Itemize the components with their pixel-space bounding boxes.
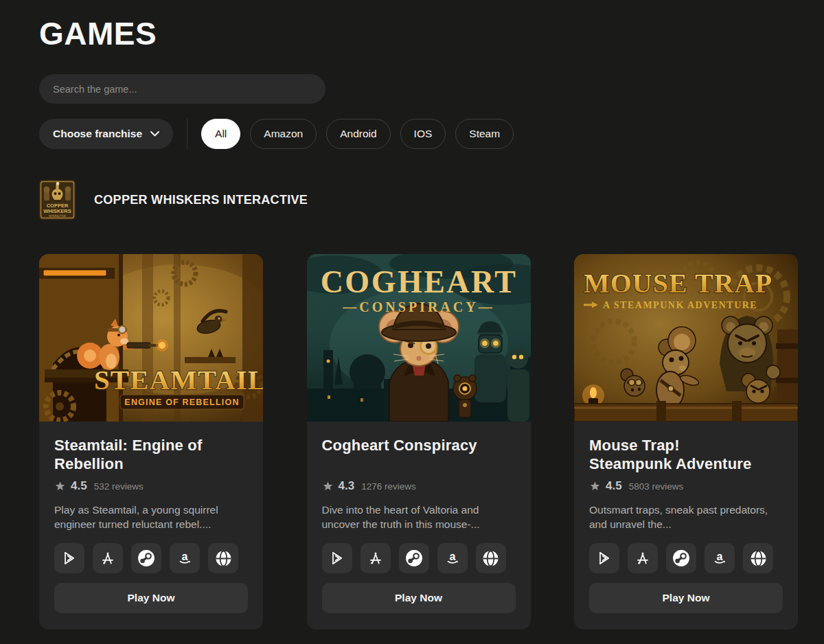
game-description: Outsmart traps, sneak past predators, an… <box>589 503 783 531</box>
app-store-icon <box>100 550 116 566</box>
web-button[interactable] <box>208 543 238 573</box>
platform-filter-pills: All Amazon Android IOS Steam <box>201 119 514 149</box>
app-store-icon <box>634 550 651 566</box>
app-store-button[interactable] <box>360 543 391 573</box>
game-title: Steamtail: Engine of Rebellion <box>54 436 248 473</box>
rating-row: 4.5 532 reviews <box>54 479 248 493</box>
web-button[interactable] <box>743 543 773 573</box>
star-icon <box>54 481 66 492</box>
play-now-button[interactable]: Play Now <box>54 583 248 613</box>
game-card-cogheart: COGHEART —CONSPIRACY— Cogheart Conspirac… <box>307 254 531 630</box>
pill-android[interactable]: Android <box>326 119 390 149</box>
google-play-button[interactable] <box>54 543 84 573</box>
game-cards-grid: STEAMTAIL ENGINE OF REBELLION Steamtail:… <box>39 254 798 630</box>
page-title: GAMES <box>39 15 824 52</box>
rating-value: 4.5 <box>606 479 622 493</box>
svg-text:a: a <box>449 551 455 562</box>
review-count: 1276 reviews <box>361 481 416 492</box>
rating-value: 4.5 <box>71 479 87 493</box>
google-play-icon <box>61 550 78 566</box>
google-play-button[interactable] <box>322 543 352 573</box>
steamtail-art-title: STEAMTAIL <box>94 364 263 395</box>
filter-row: Choose franchise All Amazon Android IOS … <box>39 119 824 149</box>
amazon-icon: a <box>444 550 461 566</box>
publisher-name: COPPER WHISKERS INTERACTIVE <box>94 193 308 207</box>
steam-icon <box>137 549 155 567</box>
game-description: Dive into the heart of Valtoria and unco… <box>322 503 516 531</box>
steam-button[interactable] <box>666 543 696 573</box>
choose-franchise-label: Choose franchise <box>53 128 142 140</box>
globe-icon <box>750 550 767 567</box>
steamtail-cover-art[interactable]: STEAMTAIL ENGINE OF REBELLION <box>39 254 263 422</box>
divider <box>187 119 187 149</box>
amazon-button[interactable]: a <box>170 543 200 573</box>
cogheart-art-subtitle: —CONSPIRACY— <box>342 299 494 314</box>
pill-ios[interactable]: IOS <box>400 119 446 149</box>
svg-text:a: a <box>717 551 723 562</box>
rating-value: 4.3 <box>339 479 355 493</box>
pill-all[interactable]: All <box>201 119 240 149</box>
amazon-button[interactable]: a <box>705 543 735 573</box>
search-input[interactable] <box>39 74 325 104</box>
amazon-icon: a <box>711 550 728 566</box>
google-play-icon <box>329 550 345 566</box>
mouse-trap-art-title: MOUSE TRAP <box>584 268 772 299</box>
steam-icon <box>405 549 423 567</box>
rating-row: 4.3 1276 reviews <box>322 479 516 493</box>
steam-button[interactable] <box>131 543 161 573</box>
play-now-button[interactable]: Play Now <box>322 583 516 613</box>
publisher-header: COPPER WHISKERS INTERACTIVE COPPER WHISK… <box>39 180 824 220</box>
platform-links: a <box>589 543 783 573</box>
games-page: GAMES Choose franchise All Amazon Androi… <box>0 0 824 630</box>
steam-button[interactable] <box>399 543 429 573</box>
steam-icon <box>672 549 690 567</box>
amazon-button[interactable]: a <box>437 543 468 573</box>
choose-franchise-button[interactable]: Choose franchise <box>39 119 173 149</box>
game-card-mouse-trap: MOUSE TRAP A STEAMPUNK ADVENTURE Mouse T… <box>574 254 798 630</box>
chevron-down-icon <box>150 131 159 137</box>
globe-icon <box>215 550 232 567</box>
app-store-button[interactable] <box>628 543 658 573</box>
rating-row: 4.5 5803 reviews <box>589 479 783 493</box>
platform-links: a <box>322 543 516 573</box>
cogheart-cover-art[interactable]: COGHEART —CONSPIRACY— <box>307 254 531 422</box>
star-icon <box>322 481 334 492</box>
review-count: 532 reviews <box>94 481 144 492</box>
mouse-trap-cover-art[interactable]: MOUSE TRAP A STEAMPUNK ADVENTURE <box>574 254 798 422</box>
pill-steam[interactable]: Steam <box>455 119 514 149</box>
platform-links: a <box>54 543 248 573</box>
google-play-button[interactable] <box>589 543 619 573</box>
star-icon <box>589 481 601 492</box>
game-title: Cogheart Conspiracy <box>322 436 516 473</box>
pill-amazon[interactable]: Amazon <box>250 119 317 149</box>
svg-text:INTERACTIVE: INTERACTIVE <box>49 215 67 218</box>
amazon-icon: a <box>176 550 193 566</box>
copper-whiskers-logo-icon: COPPER WHISKERS INTERACTIVE <box>39 180 76 220</box>
steamtail-art-subtitle: ENGINE OF REBELLION <box>124 398 239 407</box>
web-button[interactable] <box>476 543 506 573</box>
publisher-logo: COPPER WHISKERS INTERACTIVE <box>39 180 76 220</box>
cogheart-art-title: COGHEART <box>320 264 517 299</box>
app-store-icon <box>367 550 384 566</box>
svg-text:a: a <box>182 551 188 562</box>
review-count: 5803 reviews <box>629 481 684 492</box>
game-card-steamtail: STEAMTAIL ENGINE OF REBELLION Steamtail:… <box>39 254 263 630</box>
game-description: Play as Steamtail, a young squirrel engi… <box>54 503 248 531</box>
play-now-button[interactable]: Play Now <box>589 583 783 613</box>
google-play-icon <box>596 550 613 566</box>
game-title: Mouse Trap! Steampunk Adventure <box>589 436 783 473</box>
globe-icon <box>482 550 499 567</box>
app-store-button[interactable] <box>93 543 123 573</box>
mouse-trap-art-subtitle: A STEAMPUNK ADVENTURE <box>603 300 757 310</box>
svg-text:WHISKERS: WHISKERS <box>43 208 71 214</box>
